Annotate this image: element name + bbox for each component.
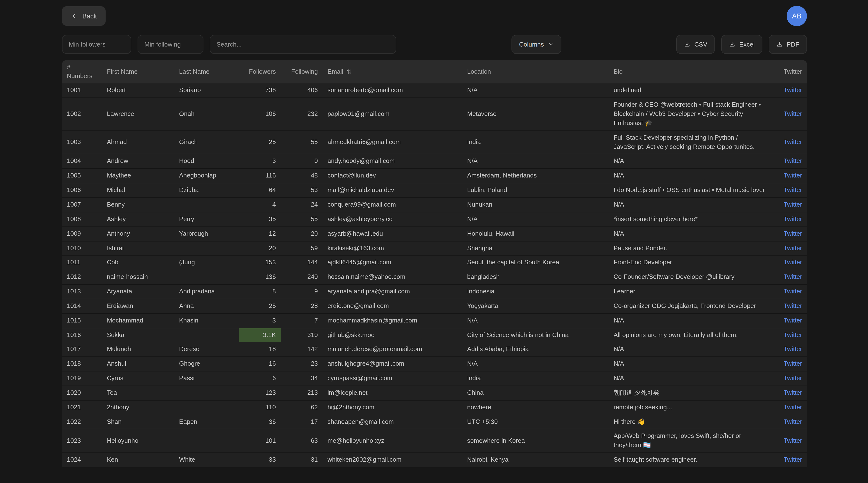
cell-following: 213 <box>281 386 322 400</box>
cell-bio: App/Web Programmer, loves Swift, she/her… <box>609 429 772 453</box>
twitter-link[interactable]: Twitter <box>783 456 802 463</box>
chevron-down-icon <box>548 41 554 47</box>
twitter-link[interactable]: Twitter <box>783 288 802 295</box>
cell-twitter: Twitter <box>772 400 807 415</box>
export-excel-button[interactable]: Excel <box>721 35 763 54</box>
cell-following: 24 <box>281 198 322 212</box>
cell-location: Amsterdam, Netherlands <box>462 169 609 183</box>
twitter-link[interactable]: Twitter <box>783 230 802 237</box>
cell-number: 1016 <box>62 328 102 342</box>
twitter-link[interactable]: Twitter <box>783 302 802 309</box>
column-header-bio: Bio <box>609 60 772 84</box>
twitter-link[interactable]: Twitter <box>783 345 802 353</box>
twitter-link[interactable]: Twitter <box>783 360 802 367</box>
cell-number: 1013 <box>62 284 102 299</box>
cell-first_name: 2nthony <box>102 400 174 415</box>
cell-location: Lublin, Poland <box>462 183 609 198</box>
cell-twitter: Twitter <box>772 371 807 386</box>
twitter-link[interactable]: Twitter <box>783 437 802 444</box>
table-body: 1001RobertSoriano738406sorianorobertc@gm… <box>62 84 807 467</box>
column-label: First Name <box>107 68 137 75</box>
search-input[interactable] <box>210 35 396 54</box>
cell-first_name: naime-hossain <box>102 270 174 284</box>
cell-first_name: Anthony <box>102 226 174 241</box>
cell-number: 1003 <box>62 131 102 154</box>
cell-first_name: Ahmad <box>102 131 174 154</box>
column-header-email[interactable]: Email⇅ <box>322 60 462 84</box>
cell-followers: 4 <box>239 198 281 212</box>
twitter-link[interactable]: Twitter <box>783 186 802 194</box>
table-row: 1005MaytheeAnegboonlap11648contact@llun.… <box>62 169 807 183</box>
cell-location: N/A <box>462 84 609 98</box>
column-label: Followers <box>249 68 276 75</box>
table-header-row: # NumbersFirst NameLast NameFollowersFol… <box>62 60 807 84</box>
twitter-link[interactable]: Twitter <box>783 331 802 338</box>
cell-number: 1019 <box>62 371 102 386</box>
cell-twitter: Twitter <box>772 198 807 212</box>
twitter-link[interactable]: Twitter <box>783 244 802 251</box>
cell-first_name: Ishirai <box>102 241 174 256</box>
cell-following: 31 <box>281 453 322 467</box>
cell-twitter: Twitter <box>772 212 807 227</box>
cell-last_name: Yarbrough <box>175 226 239 241</box>
twitter-link[interactable]: Twitter <box>783 273 802 280</box>
table-row: 1010Ishirai2059kirakiseki@163.comShangha… <box>62 241 807 256</box>
twitter-link[interactable]: Twitter <box>783 418 802 425</box>
back-button[interactable]: Back <box>62 6 105 26</box>
cell-location: Metaverse <box>462 98 609 131</box>
cell-following: 28 <box>281 299 322 314</box>
min-followers-input[interactable] <box>62 35 131 54</box>
cell-number: 1022 <box>62 415 102 429</box>
twitter-link[interactable]: Twitter <box>783 201 802 208</box>
cell-followers: 110 <box>239 400 281 415</box>
cell-following: 59 <box>281 241 322 256</box>
cell-following: 232 <box>281 98 322 131</box>
cell-bio: N/A <box>609 371 772 386</box>
cell-number: 1002 <box>62 98 102 131</box>
cell-bio: remote job seeking... <box>609 400 772 415</box>
export-csv-button[interactable]: CSV <box>676 35 715 54</box>
cell-number: 1009 <box>62 226 102 241</box>
table-row: 1013AryanataAndipradana89aryanata.andipr… <box>62 284 807 299</box>
cell-email: shaneapen@gmail.com <box>322 415 462 429</box>
cell-following: 17 <box>281 415 322 429</box>
twitter-link[interactable]: Twitter <box>783 403 802 411</box>
twitter-link[interactable]: Twitter <box>783 172 802 179</box>
twitter-link[interactable]: Twitter <box>783 138 802 145</box>
export-buttons: CSV Excel PDF <box>676 35 807 54</box>
cell-following: 310 <box>281 328 322 342</box>
cell-location: China <box>462 386 609 400</box>
table-row: 1004AndrewHood30andy.hoody@gmail.comN/AN… <box>62 154 807 169</box>
cell-twitter: Twitter <box>772 98 807 131</box>
twitter-link[interactable]: Twitter <box>783 259 802 266</box>
cell-bio: N/A <box>609 357 772 371</box>
columns-dropdown-button[interactable]: Columns <box>511 35 561 54</box>
twitter-link[interactable]: Twitter <box>783 110 802 117</box>
export-pdf-button[interactable]: PDF <box>769 35 807 54</box>
min-following-input[interactable] <box>137 35 204 54</box>
cell-bio: Hi there 👋 <box>609 415 772 429</box>
cell-first_name: Mochammad <box>102 313 174 328</box>
avatar[interactable]: AB <box>786 6 807 26</box>
cell-email: mail@michaldziuba.dev <box>322 183 462 198</box>
column-header-location: Location <box>462 60 609 84</box>
twitter-link[interactable]: Twitter <box>783 374 802 382</box>
cell-location: Nairobi, Kenya <box>462 453 609 467</box>
twitter-link[interactable]: Twitter <box>783 389 802 396</box>
twitter-link[interactable]: Twitter <box>783 158 802 165</box>
twitter-link[interactable]: Twitter <box>783 316 802 324</box>
cell-twitter: Twitter <box>772 429 807 453</box>
cell-bio: Front-End Developer <box>609 256 772 270</box>
cell-email: erdie.one@gmail.com <box>322 299 462 314</box>
cell-last_name: Ghogre <box>175 357 239 371</box>
cell-email: andy.hoody@gmail.com <box>322 154 462 169</box>
table-row: 1024KenWhite3331whiteken2002@gmail.comNa… <box>62 453 807 467</box>
column-label: Bio <box>614 68 623 75</box>
cell-number: 1008 <box>62 212 102 227</box>
twitter-link[interactable]: Twitter <box>783 87 802 94</box>
cell-bio: All opinions are my own. Literally all o… <box>609 328 772 342</box>
table-row: 1001RobertSoriano738406sorianorobertc@gm… <box>62 84 807 98</box>
cell-following: 142 <box>281 342 322 357</box>
cell-twitter: Twitter <box>772 183 807 198</box>
twitter-link[interactable]: Twitter <box>783 215 802 223</box>
